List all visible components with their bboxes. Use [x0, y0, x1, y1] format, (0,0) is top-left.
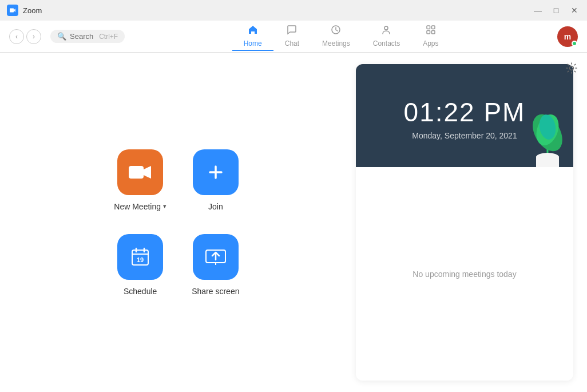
search-label: Search: [70, 32, 93, 41]
svg-rect-26: [536, 157, 559, 167]
new-meeting-chevron: ▾: [163, 203, 166, 210]
meetings-icon: [330, 24, 342, 38]
svg-rect-6: [431, 31, 435, 34]
meetings-panel: No upcoming meetings today: [356, 167, 573, 381]
share-screen-text: Share screen: [192, 287, 239, 296]
tab-apps[interactable]: Apps: [411, 22, 450, 51]
title-bar: Zoom — □ ✕: [0, 0, 587, 21]
zoom-logo-icon: [7, 5, 18, 16]
search-icon: 🔍: [57, 32, 66, 41]
tab-apps-label: Apps: [423, 39, 438, 47]
forward-button[interactable]: ›: [26, 29, 41, 44]
settings-button[interactable]: [565, 62, 578, 77]
left-panel: New Meeting ▾ Join: [0, 53, 356, 392]
share-screen-item[interactable]: Share screen: [189, 234, 242, 296]
no-meetings-message: No upcoming meetings today: [413, 270, 516, 279]
join-text: Join: [208, 202, 223, 211]
toolbar: ‹ › 🔍 Search Ctrl+F Home Chat: [0, 21, 587, 53]
join-button[interactable]: [193, 149, 239, 195]
svg-rect-4: [431, 26, 435, 29]
back-button[interactable]: ‹: [9, 29, 24, 44]
clock-widget: 01:22 PM Monday, September 20, 2021: [356, 64, 573, 167]
new-meeting-label: New Meeting ▾: [114, 202, 166, 211]
main-content: New Meeting ▾ Join: [0, 53, 587, 392]
schedule-item[interactable]: 19 Schedule: [114, 234, 166, 296]
tab-meetings[interactable]: Meetings: [311, 22, 362, 51]
new-meeting-button[interactable]: [117, 149, 163, 195]
svg-text:19: 19: [137, 256, 144, 263]
avatar-initial: m: [564, 32, 571, 41]
close-button[interactable]: ✕: [569, 5, 580, 16]
join-label: Join: [208, 202, 223, 211]
title-bar-left: Zoom: [7, 5, 42, 16]
app-title: Zoom: [23, 6, 42, 15]
chat-icon: [286, 24, 298, 38]
tab-contacts-label: Contacts: [373, 39, 400, 47]
search-box[interactable]: 🔍 Search Ctrl+F: [50, 30, 125, 43]
minimize-button[interactable]: —: [532, 5, 544, 16]
home-icon: [247, 24, 259, 38]
schedule-button[interactable]: 19: [117, 234, 163, 280]
svg-rect-8: [129, 166, 144, 179]
svg-rect-5: [427, 31, 430, 34]
online-badge: [572, 41, 577, 46]
svg-point-7: [570, 66, 574, 70]
maximize-button[interactable]: □: [550, 5, 562, 16]
share-screen-button[interactable]: [193, 234, 239, 280]
window-controls: — □ ✕: [532, 5, 580, 16]
svg-rect-3: [427, 26, 430, 29]
share-screen-label: Share screen: [192, 287, 239, 296]
new-meeting-text: New Meeting: [114, 202, 161, 211]
right-panel: 01:22 PM Monday, September 20, 2021 No u…: [356, 64, 573, 381]
svg-point-2: [384, 26, 388, 30]
nav-tabs: Home Chat Meetings: [134, 22, 548, 51]
tab-meetings-label: Meetings: [322, 39, 350, 47]
tab-home[interactable]: Home: [232, 22, 273, 51]
nav-arrows: ‹ ›: [9, 29, 41, 44]
clock-time: 01:22 PM: [404, 97, 526, 128]
schedule-text: Schedule: [124, 287, 157, 296]
search-shortcut: Ctrl+F: [99, 33, 118, 41]
action-grid: New Meeting ▾ Join: [114, 149, 241, 296]
avatar[interactable]: m: [557, 26, 578, 47]
schedule-label: Schedule: [124, 287, 157, 296]
contacts-icon: [380, 24, 392, 38]
tab-home-label: Home: [244, 39, 262, 47]
new-meeting-item[interactable]: New Meeting ▾: [114, 149, 166, 211]
join-item[interactable]: Join: [189, 149, 242, 211]
tab-chat[interactable]: Chat: [273, 22, 311, 51]
clock-date: Monday, September 20, 2021: [412, 131, 517, 140]
tab-chat-label: Chat: [285, 39, 299, 47]
apps-icon: [425, 24, 437, 38]
tab-contacts[interactable]: Contacts: [362, 22, 411, 51]
